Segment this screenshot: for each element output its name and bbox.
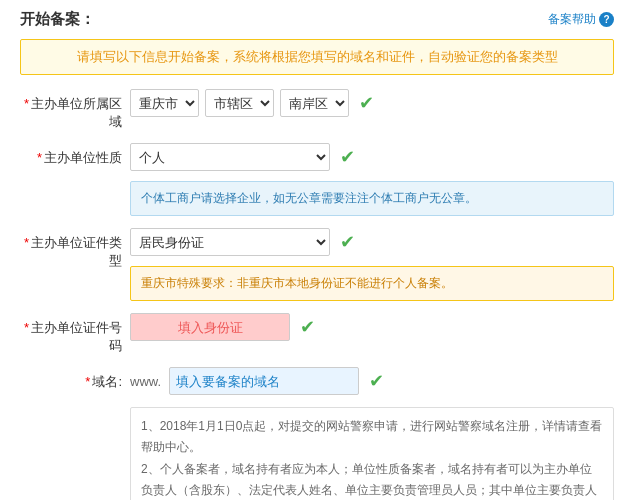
- page-header: 开始备案： 备案帮助 ?: [20, 10, 614, 29]
- notes-group: 1、2018年1月1日0点起，对提交的网站警察申请，进行网站警察域名注册，详情请…: [20, 407, 614, 500]
- help-text: 备案帮助: [548, 11, 596, 28]
- notes-box: 1、2018年1月1日0点起，对提交的网站警察申请，进行网站警察域名注册，详情请…: [130, 407, 614, 500]
- region-group: *主办单位所属区域 重庆市 市辖区 南岸区 ✔: [20, 89, 614, 131]
- cert-type-select[interactable]: 居民身份证: [130, 228, 330, 256]
- notes-item-1: 1、2018年1月1日0点起，对提交的网站警察申请，进行网站警察域名注册，详情请…: [141, 416, 603, 457]
- domain-content: www. ✔: [130, 367, 614, 395]
- domain-prefix: www.: [130, 374, 161, 389]
- unit-type-select[interactable]: 个人: [130, 143, 330, 171]
- domain-input[interactable]: [169, 367, 359, 395]
- region-content: 重庆市 市辖区 南岸区 ✔: [130, 89, 614, 117]
- cert-type-group: *主办单位证件类型 居民身份证 ✔ 重庆市特殊要求：非重庆市本地身份证不能进行个…: [20, 228, 614, 301]
- province-select[interactable]: 重庆市: [130, 89, 199, 117]
- cert-type-warning: 重庆市特殊要求：非重庆市本地身份证不能进行个人备案。: [130, 266, 614, 301]
- cert-no-check-icon: ✔: [300, 316, 315, 338]
- unit-type-label: *主办单位性质: [20, 143, 130, 167]
- notes-item-2: 2、个人备案者，域名持有者应为本人；单位性质备案者，域名持有者可以为主办单位负责…: [141, 459, 603, 500]
- notes-spacer: [20, 407, 130, 413]
- cert-type-label: *主办单位证件类型: [20, 228, 130, 270]
- cert-type-content: 居民身份证 ✔ 重庆市特殊要求：非重庆市本地身份证不能进行个人备案。: [130, 228, 614, 301]
- region-label: *主办单位所属区域: [20, 89, 130, 131]
- cert-no-input[interactable]: [130, 313, 290, 341]
- unit-type-content: 个人 ✔ 个体工商户请选择企业，如无公章需要注注个体工商户无公章。: [130, 143, 614, 216]
- notes-content: 1、2018年1月1日0点起，对提交的网站警察申请，进行网站警察域名注册，详情请…: [130, 407, 614, 500]
- cert-type-check-icon: ✔: [340, 231, 355, 253]
- unit-type-check-icon: ✔: [340, 146, 355, 168]
- cert-no-label: *主办单位证件号码: [20, 313, 130, 355]
- district-select[interactable]: 南岸区: [280, 89, 349, 117]
- cert-no-content: ✔: [130, 313, 614, 341]
- domain-check-icon: ✔: [369, 370, 384, 392]
- domain-label: *域名:: [20, 367, 130, 391]
- notice-bar: 请填写以下信息开始备案，系统将根据您填写的域名和证件，自动验证您的备案类型: [20, 39, 614, 75]
- unit-type-group: *主办单位性质 个人 ✔ 个体工商户请选择企业，如无公章需要注注个体工商户无公章…: [20, 143, 614, 216]
- domain-group: *域名: www. ✔: [20, 367, 614, 395]
- city-select[interactable]: 市辖区: [205, 89, 274, 117]
- help-link[interactable]: 备案帮助 ?: [548, 11, 614, 28]
- page-title: 开始备案：: [20, 10, 95, 29]
- help-icon: ?: [599, 12, 614, 27]
- region-check-icon: ✔: [359, 92, 374, 114]
- cert-no-group: *主办单位证件号码 ✔: [20, 313, 614, 355]
- unit-type-info: 个体工商户请选择企业，如无公章需要注注个体工商户无公章。: [130, 181, 614, 216]
